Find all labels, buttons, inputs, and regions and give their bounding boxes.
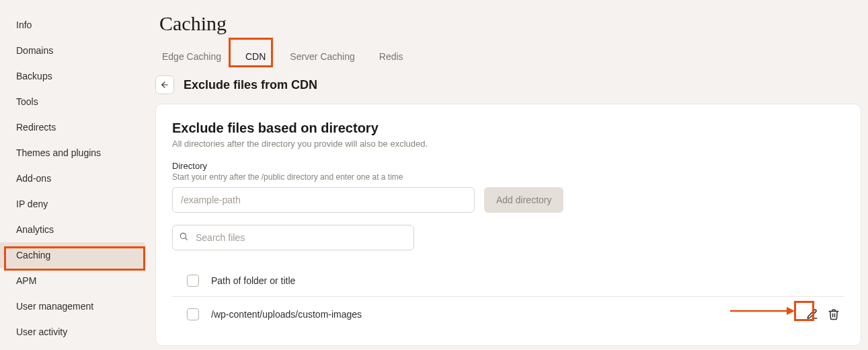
- directory-input[interactable]: [172, 187, 475, 213]
- sidebar-item-apm[interactable]: APM: [0, 268, 145, 293]
- row-path: /wp-content/uploads/custom-images: [211, 309, 792, 320]
- select-all-checkbox[interactable]: [187, 275, 199, 287]
- sidebar-item-themes-plugins[interactable]: Themes and plugins: [0, 140, 145, 166]
- card-description: All directories after the directory you …: [172, 139, 844, 149]
- sidebar-item-user-management[interactable]: User management: [0, 293, 145, 319]
- sidebar-item-add-ons[interactable]: Add-ons: [0, 166, 145, 191]
- card-title: Exclude files based on directory: [172, 120, 844, 136]
- list-item: /wp-content/uploads/custom-images: [172, 296, 844, 332]
- tab-redis[interactable]: Redis: [378, 47, 405, 66]
- sidebar-item-info[interactable]: Info: [0, 12, 145, 38]
- directory-help: Start your entry after the /public direc…: [172, 172, 844, 182]
- directory-label: Directory: [172, 161, 844, 171]
- list-header-label: Path of folder or title: [211, 275, 842, 286]
- sidebar: Info Domains Backups Tools Redirects The…: [0, 0, 145, 350]
- tabs: Edge Caching CDN Server Caching Redis: [155, 47, 861, 66]
- exclude-card: Exclude files based on directory All dir…: [155, 104, 861, 346]
- svg-line-2: [186, 238, 188, 240]
- tab-cdn[interactable]: CDN: [244, 47, 267, 66]
- sidebar-item-tools[interactable]: Tools: [0, 89, 145, 114]
- back-button[interactable]: [155, 75, 174, 94]
- exclude-list: Path of folder or title /wp-content/uplo…: [172, 265, 844, 332]
- delete-button[interactable]: [826, 306, 842, 322]
- trash-icon: [828, 308, 840, 320]
- sidebar-item-backups[interactable]: Backups: [0, 63, 145, 89]
- main-content: Caching Edge Caching CDN Server Caching …: [145, 0, 868, 350]
- sidebar-item-analytics[interactable]: Analytics: [0, 217, 145, 242]
- search-input[interactable]: [172, 225, 414, 250]
- row-checkbox[interactable]: [187, 308, 199, 320]
- arrow-left-icon: [160, 80, 169, 90]
- sidebar-item-domains[interactable]: Domains: [0, 38, 145, 63]
- sidebar-item-user-activity[interactable]: User activity: [0, 319, 145, 345]
- tab-server-caching[interactable]: Server Caching: [288, 47, 356, 66]
- subheader-title: Exclude files from CDN: [184, 78, 317, 92]
- sidebar-item-ip-deny[interactable]: IP deny: [0, 191, 145, 217]
- svg-point-1: [180, 233, 186, 238]
- sidebar-item-redirects[interactable]: Redirects: [0, 114, 145, 140]
- subheader: Exclude files from CDN: [155, 75, 861, 94]
- page-title: Caching: [159, 12, 861, 35]
- tab-edge-caching[interactable]: Edge Caching: [161, 47, 223, 66]
- add-directory-button[interactable]: Add directory: [484, 187, 563, 213]
- edit-button[interactable]: [804, 306, 820, 322]
- search-icon: [179, 232, 188, 244]
- pencil-icon: [806, 308, 818, 320]
- sidebar-item-caching[interactable]: Caching: [0, 242, 145, 268]
- list-header-row: Path of folder or title: [172, 265, 844, 296]
